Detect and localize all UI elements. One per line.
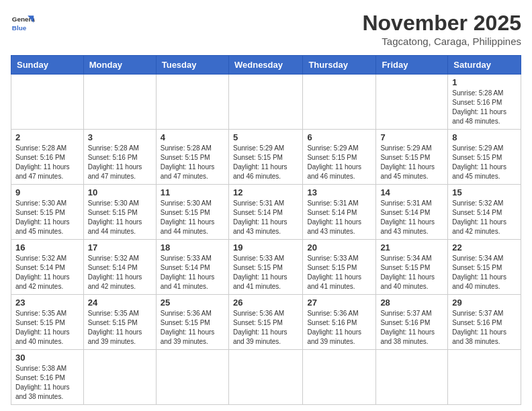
day-number: 7 <box>380 132 443 142</box>
day-number: 12 <box>233 187 298 197</box>
calendar-cell: 8Sunrise: 5:29 AM Sunset: 5:15 PM Daylig… <box>448 130 521 185</box>
day-number: 25 <box>161 298 224 308</box>
day-number: 28 <box>380 298 443 308</box>
calendar-cell: 4Sunrise: 5:28 AM Sunset: 5:15 PM Daylig… <box>156 130 228 185</box>
day-number: 26 <box>233 298 298 308</box>
day-number: 30 <box>15 353 79 363</box>
day-number: 14 <box>380 187 443 197</box>
day-number: 13 <box>307 187 371 197</box>
day-info: Sunrise: 5:31 AM Sunset: 5:14 PM Dayligh… <box>233 199 298 236</box>
calendar-cell: 27Sunrise: 5:36 AM Sunset: 5:16 PM Dayli… <box>303 295 376 350</box>
day-number: 17 <box>88 242 152 253</box>
day-info: Sunrise: 5:30 AM Sunset: 5:15 PM Dayligh… <box>161 199 224 236</box>
calendar-cell <box>303 75 376 130</box>
col-header-thursday: Thursday <box>303 56 376 75</box>
day-info: Sunrise: 5:38 AM Sunset: 5:16 PM Dayligh… <box>15 364 79 402</box>
day-number: 5 <box>233 132 298 142</box>
calendar-cell <box>376 75 448 130</box>
calendar-cell: 25Sunrise: 5:36 AM Sunset: 5:15 PM Dayli… <box>156 295 228 350</box>
month-title: November 2025 <box>362 11 521 36</box>
calendar-cell: 14Sunrise: 5:31 AM Sunset: 5:14 PM Dayli… <box>376 185 448 240</box>
calendar-cell <box>83 75 156 130</box>
calendar-header-row: SundayMondayTuesdayWednesdayThursdayFrid… <box>11 56 521 75</box>
calendar-cell: 29Sunrise: 5:37 AM Sunset: 5:16 PM Dayli… <box>448 295 521 350</box>
calendar-cell <box>156 75 228 130</box>
day-number: 21 <box>380 242 443 253</box>
col-header-sunday: Sunday <box>11 56 84 75</box>
calendar-cell: 11Sunrise: 5:30 AM Sunset: 5:15 PM Dayli… <box>156 185 228 240</box>
calendar-cell: 5Sunrise: 5:29 AM Sunset: 5:15 PM Daylig… <box>228 130 302 185</box>
calendar-cell: 15Sunrise: 5:32 AM Sunset: 5:14 PM Dayli… <box>448 185 521 240</box>
calendar-cell <box>376 350 448 405</box>
calendar-cell: 19Sunrise: 5:33 AM Sunset: 5:15 PM Dayli… <box>228 240 302 295</box>
calendar-cell: 2Sunrise: 5:28 AM Sunset: 5:16 PM Daylig… <box>11 130 84 185</box>
location: Tagcatong, Caraga, Philippines <box>362 36 521 47</box>
calendar-cell: 21Sunrise: 5:34 AM Sunset: 5:15 PM Dayli… <box>376 240 448 295</box>
day-info: Sunrise: 5:37 AM Sunset: 5:16 PM Dayligh… <box>380 309 443 347</box>
calendar-week-row: 9Sunrise: 5:30 AM Sunset: 5:15 PM Daylig… <box>11 185 521 240</box>
day-number: 8 <box>452 132 517 142</box>
calendar-cell: 16Sunrise: 5:32 AM Sunset: 5:14 PM Dayli… <box>11 240 84 295</box>
svg-text:Blue: Blue <box>12 24 27 32</box>
logo: General Blue <box>11 11 35 35</box>
page-header: General Blue November 2025 Tagcatong, Ca… <box>11 11 521 47</box>
day-number: 23 <box>15 298 79 308</box>
day-info: Sunrise: 5:29 AM Sunset: 5:15 PM Dayligh… <box>380 144 443 181</box>
calendar-week-row: 30Sunrise: 5:38 AM Sunset: 5:16 PM Dayli… <box>11 350 521 405</box>
day-info: Sunrise: 5:36 AM Sunset: 5:15 PM Dayligh… <box>161 309 224 347</box>
calendar-cell: 20Sunrise: 5:33 AM Sunset: 5:15 PM Dayli… <box>303 240 376 295</box>
day-info: Sunrise: 5:28 AM Sunset: 5:16 PM Dayligh… <box>88 144 152 181</box>
calendar-cell <box>11 75 84 130</box>
day-number: 16 <box>15 242 79 253</box>
day-info: Sunrise: 5:35 AM Sunset: 5:15 PM Dayligh… <box>88 309 152 347</box>
calendar-week-row: 16Sunrise: 5:32 AM Sunset: 5:14 PM Dayli… <box>11 240 521 295</box>
day-number: 10 <box>88 187 152 197</box>
day-info: Sunrise: 5:29 AM Sunset: 5:15 PM Dayligh… <box>307 144 371 181</box>
calendar-cell: 22Sunrise: 5:34 AM Sunset: 5:15 PM Dayli… <box>448 240 521 295</box>
col-header-tuesday: Tuesday <box>156 56 228 75</box>
day-number: 6 <box>307 132 371 142</box>
day-number: 27 <box>307 298 371 308</box>
day-number: 22 <box>452 242 517 253</box>
calendar-cell: 13Sunrise: 5:31 AM Sunset: 5:14 PM Dayli… <box>303 185 376 240</box>
calendar-week-row: 1Sunrise: 5:28 AM Sunset: 5:16 PM Daylig… <box>11 75 521 130</box>
day-number: 3 <box>88 132 152 142</box>
day-number: 18 <box>161 242 224 253</box>
calendar-cell <box>228 350 302 405</box>
day-info: Sunrise: 5:33 AM Sunset: 5:15 PM Dayligh… <box>233 254 298 291</box>
calendar-cell: 17Sunrise: 5:32 AM Sunset: 5:14 PM Dayli… <box>83 240 156 295</box>
day-info: Sunrise: 5:37 AM Sunset: 5:16 PM Dayligh… <box>452 309 517 347</box>
day-info: Sunrise: 5:29 AM Sunset: 5:15 PM Dayligh… <box>233 144 298 181</box>
col-header-friday: Friday <box>376 56 448 75</box>
calendar-cell: 7Sunrise: 5:29 AM Sunset: 5:15 PM Daylig… <box>376 130 448 185</box>
calendar-cell: 23Sunrise: 5:35 AM Sunset: 5:15 PM Dayli… <box>11 295 84 350</box>
day-info: Sunrise: 5:28 AM Sunset: 5:16 PM Dayligh… <box>15 144 79 181</box>
calendar-cell: 28Sunrise: 5:37 AM Sunset: 5:16 PM Dayli… <box>376 295 448 350</box>
col-header-wednesday: Wednesday <box>228 56 302 75</box>
day-info: Sunrise: 5:36 AM Sunset: 5:15 PM Dayligh… <box>233 309 298 347</box>
day-number: 9 <box>15 187 79 197</box>
calendar-cell: 1Sunrise: 5:28 AM Sunset: 5:16 PM Daylig… <box>448 75 521 130</box>
day-info: Sunrise: 5:28 AM Sunset: 5:16 PM Dayligh… <box>452 89 517 126</box>
calendar-cell <box>303 350 376 405</box>
day-info: Sunrise: 5:32 AM Sunset: 5:14 PM Dayligh… <box>88 254 152 291</box>
calendar-week-row: 2Sunrise: 5:28 AM Sunset: 5:16 PM Daylig… <box>11 130 521 185</box>
day-info: Sunrise: 5:30 AM Sunset: 5:15 PM Dayligh… <box>15 199 79 236</box>
day-info: Sunrise: 5:34 AM Sunset: 5:15 PM Dayligh… <box>452 254 517 291</box>
day-number: 11 <box>161 187 224 197</box>
day-info: Sunrise: 5:31 AM Sunset: 5:14 PM Dayligh… <box>380 199 443 236</box>
day-info: Sunrise: 5:29 AM Sunset: 5:15 PM Dayligh… <box>452 144 517 181</box>
calendar-cell <box>228 75 302 130</box>
day-number: 29 <box>452 298 517 308</box>
calendar-cell: 12Sunrise: 5:31 AM Sunset: 5:14 PM Dayli… <box>228 185 302 240</box>
day-info: Sunrise: 5:33 AM Sunset: 5:14 PM Dayligh… <box>161 254 224 291</box>
day-number: 15 <box>452 187 517 197</box>
logo-icon: General Blue <box>11 11 35 35</box>
calendar-cell: 30Sunrise: 5:38 AM Sunset: 5:16 PM Dayli… <box>11 350 84 405</box>
title-area: November 2025 Tagcatong, Caraga, Philipp… <box>362 11 521 47</box>
col-header-saturday: Saturday <box>448 56 521 75</box>
calendar-cell <box>156 350 228 405</box>
calendar-cell: 18Sunrise: 5:33 AM Sunset: 5:14 PM Dayli… <box>156 240 228 295</box>
day-info: Sunrise: 5:32 AM Sunset: 5:14 PM Dayligh… <box>452 199 517 236</box>
day-info: Sunrise: 5:31 AM Sunset: 5:14 PM Dayligh… <box>307 199 371 236</box>
